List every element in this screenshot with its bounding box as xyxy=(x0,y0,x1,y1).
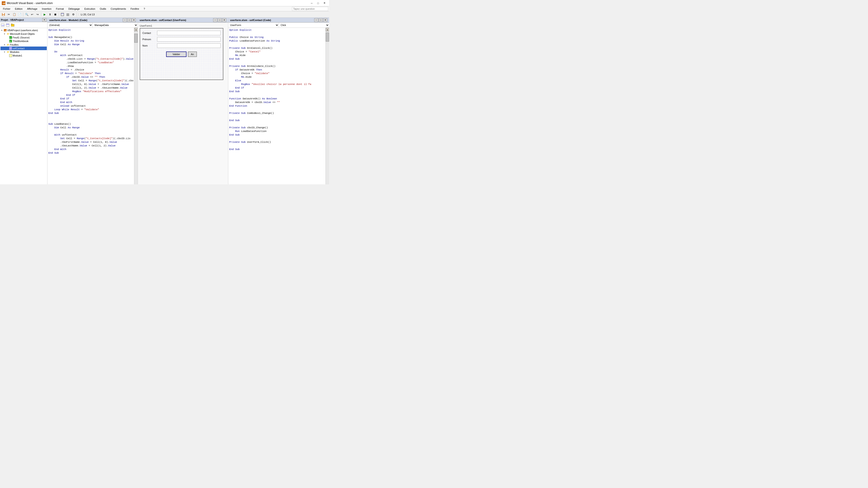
menu-complements[interactable]: Compléments xyxy=(109,7,128,11)
menu-edition[interactable]: Edition xyxy=(13,7,25,11)
tree-modules[interactable]: ▼ 📁 Modules xyxy=(0,50,47,54)
project-view-form[interactable] xyxy=(5,23,10,27)
tree-module1[interactable]: Module1 xyxy=(0,54,47,57)
menu-format[interactable]: Format xyxy=(54,7,66,11)
tb-copy-btn[interactable]: 📋 xyxy=(12,12,17,17)
right-code-area[interactable]: Option Explicit Public Choice As StringP… xyxy=(228,28,326,184)
project-view-code[interactable]: </> xyxy=(0,23,5,27)
tree-feuilles-label: Feuilles xyxy=(10,43,19,46)
module1-scroll-up[interactable]: ▲ xyxy=(134,28,138,31)
svg-text:</>: </> xyxy=(2,24,4,26)
userform-minimize-btn[interactable]: ─ xyxy=(213,18,217,22)
module1-scroll-track[interactable] xyxy=(134,31,138,184)
tree-excel-objects-label: Microsoft Excel Objets xyxy=(10,33,35,35)
annuler-button[interactable]: An xyxy=(188,52,197,57)
right-code-vscrollbar[interactable]: ▲ ▼ xyxy=(326,28,329,184)
tree-usfcontact[interactable]: usfContact xyxy=(0,46,47,50)
tree-root[interactable]: ▼ VB VBAProject (userform.xlsm) xyxy=(0,29,47,32)
maximize-button[interactable]: □ xyxy=(315,1,321,5)
right-code-scroll-up[interactable]: ▲ xyxy=(326,28,329,31)
project-panel-close[interactable]: ✕ xyxy=(42,18,46,22)
menu-fenetre[interactable]: Fenêtre xyxy=(128,7,141,11)
userform-close-btn[interactable]: ✕ xyxy=(222,18,226,22)
tree-usfcontact-label: usfContact xyxy=(13,47,25,50)
search-input[interactable] xyxy=(292,7,328,11)
tree-feuil1-label: Feuil1 (Source) xyxy=(13,36,30,39)
tb-cut-btn[interactable]: ✂ xyxy=(6,12,11,17)
close-button[interactable]: ✕ xyxy=(321,1,327,5)
menu-fichier[interactable]: Fichier xyxy=(1,7,12,11)
module1-object-dropdown[interactable]: (Général) xyxy=(48,23,93,28)
svg-rect-23 xyxy=(9,54,12,57)
tb-paste-btn[interactable]: 📄 xyxy=(17,12,22,17)
tb-undo-btn[interactable]: ↩ xyxy=(30,12,35,17)
module1-code-content: Option Explicit Sub ManagaData() Dim Res… xyxy=(48,28,138,184)
project-toggle-folders[interactable] xyxy=(10,23,15,27)
toolbar: ✂ 📋 📄 🔍 ↩ ↪ ▶ ⏸ ⏹ ⚙ Li 20, Col 13 xyxy=(0,11,329,18)
cursor-position: Li 20, Col 13 xyxy=(79,13,96,16)
tb-find-btn[interactable]: 🔍 xyxy=(24,12,29,17)
tree-excel-objects[interactable]: ▼ 📁 Microsoft Excel Objets xyxy=(0,32,47,36)
tb-redo-btn[interactable]: ↪ xyxy=(35,12,40,17)
tb-stop-btn[interactable]: ⏹ xyxy=(53,12,58,17)
tb-run-btn[interactable]: ▶ xyxy=(42,12,47,17)
svg-rect-4 xyxy=(2,15,4,15)
valider-button[interactable]: Valider xyxy=(166,52,186,57)
module1-code-area[interactable]: Option Explicit Sub ManagaData() Dim Res… xyxy=(48,28,134,184)
tb-save-btn[interactable] xyxy=(1,12,6,17)
right-code-scroll-track[interactable] xyxy=(326,31,329,184)
right-code-close-btn[interactable]: ✕ xyxy=(323,18,327,22)
right-code-object-dropdown[interactable]: UserForm xyxy=(228,23,279,28)
right-code-proc-dropdown[interactable]: Click xyxy=(279,23,329,28)
svg-text:VB: VB xyxy=(4,30,6,32)
module1-maximize-btn[interactable]: □ xyxy=(127,18,131,22)
module1-code-panel: userform.xlsm - Module1 (Code) ─ □ ✕ (Gé… xyxy=(48,18,138,184)
minimize-button[interactable]: ─ xyxy=(309,1,315,5)
svg-rect-8 xyxy=(66,14,69,15)
tree-root-label: VBAProject (userform.xlsm) xyxy=(7,29,38,32)
menu-affichage[interactable]: Affichage xyxy=(25,7,39,11)
module1-proc-dropdown[interactable]: ManagaData xyxy=(93,23,138,28)
tb-userform-btn[interactable] xyxy=(60,12,65,17)
prenom-input[interactable] xyxy=(157,37,221,41)
svg-text:W: W xyxy=(9,41,11,42)
svg-rect-6 xyxy=(61,13,64,14)
project-panel: Projet - VBAProject ✕ </> ▼ VB VBAProje xyxy=(0,18,48,184)
menu-bar: Fichier Edition Affichage Insertion Form… xyxy=(0,6,329,11)
tree-feuil1[interactable]: S Feuil1 (Source) xyxy=(0,36,47,39)
tree-thisworkbook-label: ThisWorkbook xyxy=(13,40,29,42)
module1-vscrollbar[interactable]: ▲ ▼ xyxy=(134,28,138,184)
contact-label: Contact xyxy=(143,32,157,34)
svg-text:VB: VB xyxy=(2,2,5,4)
userform-container: Contact Prénom Nom xyxy=(140,28,223,80)
userform-maximize-btn[interactable]: □ xyxy=(218,18,222,22)
nom-input[interactable] xyxy=(157,43,221,48)
nom-field-row: Nom xyxy=(143,43,221,48)
right-code-maximize-btn[interactable]: □ xyxy=(319,18,323,22)
right-code-scroll-thumb[interactable] xyxy=(326,33,329,41)
menu-execution[interactable]: Exécution xyxy=(82,7,97,11)
menu-help[interactable]: ? xyxy=(142,7,147,11)
tree-feuilles[interactable]: ▼ 📁 Feuilles xyxy=(0,43,47,46)
app-title: Microsoft Visual Basic - userform.xlsm xyxy=(7,2,53,5)
tb-more-btn[interactable]: ⚙ xyxy=(71,12,76,17)
contact-input[interactable] xyxy=(157,31,221,35)
menu-insertion[interactable]: Insertion xyxy=(40,7,53,11)
module1-scroll-thumb[interactable] xyxy=(134,34,138,43)
module1-minimize-btn[interactable]: ─ xyxy=(123,18,127,22)
right-code-title: userform.xlsm - usfContact (Code) xyxy=(230,19,271,22)
form-canvas: UserForm1 Contact Prénom xyxy=(138,23,228,184)
right-code-minimize-btn[interactable]: ─ xyxy=(314,18,318,22)
menu-debogage[interactable]: Débogage xyxy=(66,7,82,11)
tb-break-btn[interactable]: ⏸ xyxy=(48,12,53,17)
module1-close-btn[interactable]: ✕ xyxy=(132,18,136,22)
userform-panel-title: userform.xlsm - usfContact (UserForm) xyxy=(140,19,186,22)
menu-outils[interactable]: Outils xyxy=(98,7,108,11)
app-icon: VB xyxy=(2,1,5,5)
module1-header-btns: ─ □ ✕ xyxy=(123,18,136,22)
userform-panel-header: userform.xlsm - usfContact (UserForm) ─ … xyxy=(138,18,228,23)
prenom-label: Prénom xyxy=(143,38,157,41)
tree-thisworkbook[interactable]: W ThisWorkbook xyxy=(0,39,47,43)
tb-properties-btn[interactable] xyxy=(65,12,70,17)
svg-rect-9 xyxy=(66,15,69,16)
